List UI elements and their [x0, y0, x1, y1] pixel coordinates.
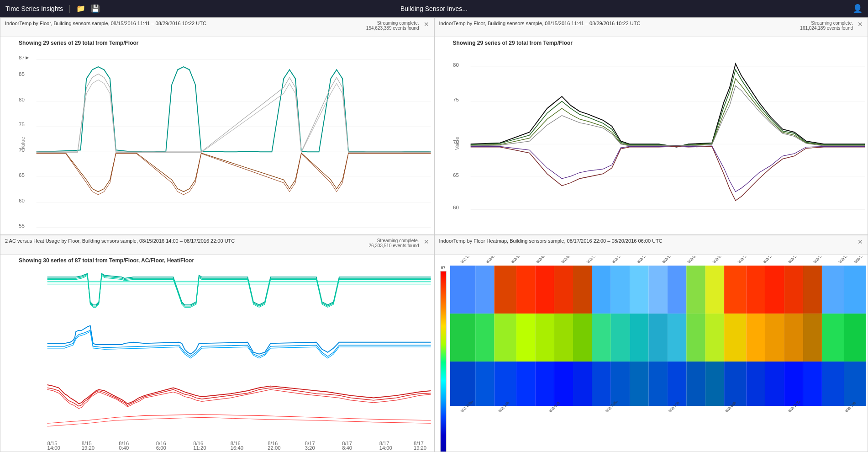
- panel-status-tl: Streaming complete. 154,623,389 events f…: [366, 21, 419, 31]
- svg-text:55: 55: [19, 222, 25, 228]
- svg-rect-156: [784, 314, 803, 362]
- svg-rect-143: [535, 314, 554, 362]
- svg-text:75: 75: [453, 96, 459, 102]
- panel-close-bl[interactable]: ✕: [424, 238, 429, 245]
- svg-rect-147: [610, 314, 629, 362]
- panel-title-tl: IndoorTemp by Floor, Building sensors sa…: [5, 21, 206, 26]
- svg-rect-175: [746, 362, 765, 406]
- svg-rect-120: [494, 266, 516, 314]
- chart-area-tr: 80 75 70 65 60 Value: [435, 47, 868, 235]
- svg-text:14:00: 14:00: [47, 445, 60, 450]
- svg-text:65: 65: [453, 172, 459, 178]
- save-icon[interactable]: 💾: [91, 4, 100, 13]
- svg-text:8/18 11:50: 8/18 11:50: [585, 256, 600, 263]
- svg-rect-142: [516, 314, 535, 362]
- panel-close-br[interactable]: ✕: [857, 238, 863, 245]
- svg-rect-140: [475, 314, 494, 362]
- panel-close-tr[interactable]: ✕: [857, 21, 863, 28]
- svg-text:19:20: 19:20: [82, 445, 95, 450]
- svg-text:8:40: 8:40: [342, 445, 352, 450]
- svg-rect-162: [494, 362, 516, 406]
- svg-rect-171: [667, 362, 686, 406]
- svg-rect-153: [724, 314, 746, 362]
- svg-text:80: 80: [19, 96, 25, 102]
- svg-rect-134: [765, 266, 784, 314]
- panel-bottom-left: 2 AC versus Heat Usage by Floor, Buildin…: [0, 235, 434, 452]
- svg-text:87►: 87►: [19, 54, 30, 60]
- svg-rect-138: [844, 266, 866, 314]
- svg-text:Value: Value: [20, 137, 26, 150]
- colorbar-max: 87: [441, 266, 445, 270]
- svg-text:14:00: 14:00: [379, 445, 392, 450]
- svg-rect-125: [592, 266, 610, 314]
- svg-rect-128: [648, 266, 667, 314]
- titlebar-left: Time Series Insights | 📁 💾: [5, 4, 100, 13]
- chart-area-bl: 72.65574 69.42579 409 0.0 312 0.0: [0, 265, 434, 452]
- svg-rect-126: [610, 266, 629, 314]
- svg-text:8/17 22:00: 8/17 22:00: [459, 256, 474, 263]
- chart-svg-tr: 80 75 70 65 60 Value: [453, 49, 865, 235]
- svg-rect-170: [648, 362, 667, 406]
- svg-rect-133: [746, 266, 765, 314]
- svg-text:8/18 19:10: 8/18 19:10: [636, 256, 651, 263]
- svg-text:16:40: 16:40: [231, 445, 243, 450]
- chart-svg-tl: 87► 85 80 75 70 65 60 55 Value: [19, 49, 431, 235]
- svg-rect-176: [765, 362, 784, 406]
- svg-rect-178: [803, 362, 821, 406]
- panel-header-tl: IndoorTemp by Floor, Building sensors sa…: [0, 18, 434, 37]
- svg-rect-141: [494, 314, 516, 362]
- panel-close-tl[interactable]: ✕: [424, 21, 429, 28]
- folder-icon[interactable]: 📁: [76, 4, 85, 13]
- window-title: Building Sensor Inves...: [400, 5, 468, 12]
- svg-rect-144: [554, 314, 573, 362]
- svg-text:8/19 10:50: 8/19 10:50: [736, 256, 752, 263]
- panel-top-left: IndoorTemp by Floor, Building sensors sa…: [0, 17, 434, 235]
- svg-rect-167: [592, 362, 610, 406]
- chart-area-tl: 87► 85 80 75 70 65 60 55 Value: [0, 47, 434, 235]
- svg-rect-123: [554, 266, 573, 314]
- chart-subtitle-bl: Showing 30 series of 87 total from Temp/…: [0, 255, 434, 265]
- heatmap-svg: 8/17 22:00 8/18 0:50 8/18 3:40 8/18 6:30…: [450, 256, 866, 434]
- panel-title-br: IndoorTemp by Floor Heatmap, Building se…: [439, 238, 663, 244]
- chart-subtitle-tl: Showing 29 series of 29 total from Temp/…: [0, 37, 434, 47]
- panel-title-tr: IndoorTemp by Floor, Building sensors sa…: [439, 21, 641, 26]
- chart-subtitle-tr: Showing 29 series of 29 total from Temp/…: [435, 37, 868, 47]
- svg-text:60: 60: [453, 204, 459, 210]
- panel-bottom-right: IndoorTemp by Floor Heatmap, Building se…: [434, 235, 868, 452]
- svg-rect-164: [535, 362, 554, 406]
- svg-rect-166: [573, 362, 592, 406]
- svg-text:8/18 3:40: 8/18 3:40: [510, 256, 523, 263]
- svg-rect-159: [844, 314, 866, 362]
- svg-rect-151: [686, 314, 705, 362]
- panel-header-bl: 2 AC versus Heat Usage by Floor, Buildin…: [0, 235, 434, 255]
- svg-text:Value: Value: [453, 137, 459, 150]
- svg-rect-168: [610, 362, 629, 406]
- svg-text:3:20: 3:20: [305, 445, 315, 450]
- user-icon: 👤: [852, 4, 863, 14]
- svg-rect-174: [724, 362, 746, 406]
- svg-rect-132: [724, 266, 746, 314]
- svg-rect-118: [450, 266, 475, 314]
- svg-text:0:40: 0:40: [119, 445, 129, 450]
- svg-rect-169: [630, 362, 648, 406]
- svg-rect-180: [844, 362, 866, 406]
- app-title: Time Series Insights: [5, 5, 63, 12]
- svg-text:8/18 9:10: 8/18 9:10: [560, 256, 573, 263]
- svg-rect-121: [516, 266, 535, 314]
- svg-rect-127: [630, 266, 648, 314]
- svg-text:75: 75: [19, 121, 25, 127]
- svg-rect-161: [475, 362, 494, 406]
- svg-text:8/20 1:00: 8/20 1:00: [853, 256, 866, 263]
- panel-title-bl: 2 AC versus Heat Usage by Floor, Buildin…: [5, 238, 235, 244]
- svg-text:8/18 15:00: 8/18 15:00: [610, 256, 626, 263]
- svg-rect-172: [686, 362, 705, 406]
- svg-rect-163: [516, 362, 535, 406]
- svg-rect-122: [535, 266, 554, 314]
- svg-rect-157: [803, 314, 821, 362]
- svg-rect-158: [821, 314, 843, 362]
- svg-text:8/19 2:20: 8/19 2:20: [661, 256, 674, 263]
- svg-rect-135: [784, 266, 803, 314]
- svg-text:85: 85: [19, 71, 25, 77]
- svg-text:8/19 13:30: 8/19 13:30: [762, 256, 777, 263]
- svg-rect-154: [746, 314, 765, 362]
